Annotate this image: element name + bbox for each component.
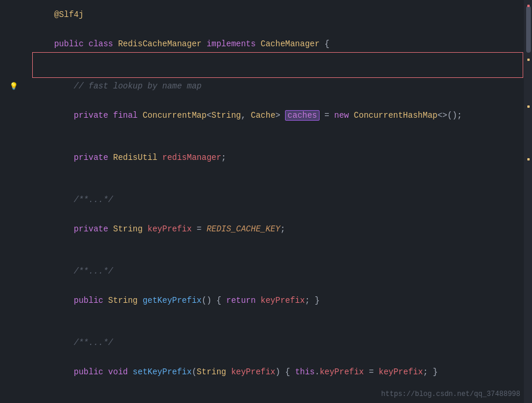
line-content-14: [22, 317, 532, 326]
line-content-8: [22, 174, 532, 183]
token: private: [54, 111, 113, 120]
code-line-16: public void setKeyPrefix(String keyPrefi…: [0, 357, 532, 387]
code-line-2: public class RedisCacheManager implement…: [0, 29, 532, 59]
token: private: [54, 153, 113, 162]
token: ;: [221, 153, 226, 162]
token: RedisCacheManager: [118, 39, 207, 49]
line-content-7: private RedisUtil redisManager;: [22, 144, 532, 172]
token: () {: [201, 296, 226, 305]
lightbulb-icon: 💡: [9, 82, 18, 91]
caches-highlighted-token: caches: [285, 110, 319, 121]
token: CacheManager: [260, 39, 320, 49]
code-line-6: [0, 130, 532, 143]
token: String: [211, 111, 241, 120]
token: (: [192, 367, 197, 377]
token: @Slf4j: [54, 10, 83, 19]
code-line-4: 💡 // fast lookup by name map: [0, 71, 532, 101]
token: Cache: [251, 111, 276, 120]
line-content-16: public void setKeyPrefix(String keyPrefi…: [22, 358, 532, 386]
token: keyPrefix: [379, 367, 423, 377]
token: {: [320, 39, 330, 49]
attribution-url: https://blog.csdn.net/qq_37488998: [381, 390, 520, 398]
code-line-3: [0, 59, 532, 71]
line-content-3: [22, 60, 532, 70]
code-line-9: /**...*/: [0, 185, 532, 214]
token: new: [334, 111, 354, 120]
token: >: [276, 111, 286, 120]
token: keyPrefix: [320, 367, 364, 377]
token: String: [113, 224, 147, 234]
token: ConcurrentMap: [143, 111, 207, 120]
token: String: [197, 367, 231, 377]
token: RedisUtil: [113, 153, 162, 162]
token: /**...*/: [54, 195, 113, 204]
token: keyPrefix: [147, 224, 192, 234]
line-content-13: public String getKeyPrefix() { return ke…: [22, 286, 532, 315]
token: final: [113, 111, 142, 120]
line-content-10: private String keyPrefix = REDIS_CACHE_K…: [22, 215, 532, 243]
token: ConcurrentHashMap: [354, 111, 438, 120]
token: ,: [241, 111, 251, 120]
token: =: [192, 224, 207, 234]
token: class: [88, 39, 118, 49]
token: /**...*/: [54, 267, 113, 276]
token: ) {: [276, 367, 296, 377]
code-line-18: @Override: [0, 399, 532, 403]
line-content-15: /**...*/: [22, 329, 532, 357]
token: =: [320, 111, 334, 120]
bulb-icon: 💡: [9, 82, 18, 90]
token: public: [54, 296, 108, 305]
code-line-10: private String keyPrefix = REDIS_CACHE_K…: [0, 214, 532, 244]
token: ; }: [305, 296, 320, 305]
token: =: [364, 367, 379, 377]
token: return: [226, 296, 261, 305]
code-line-1: @Slf4j: [0, 0, 532, 29]
token: keyPrefix: [260, 296, 305, 305]
token: REDIS_CACHE_KEY: [207, 224, 280, 234]
token: // fast lookup by name map: [54, 81, 201, 91]
token: getKeyPrefix: [143, 296, 202, 305]
line-content-18: @Override: [22, 400, 532, 403]
token: this: [295, 367, 315, 377]
token: public: [54, 367, 108, 377]
code-line-7: private RedisUtil redisManager;: [0, 143, 532, 172]
code-line-5: private final ConcurrentMap<String, Cach…: [0, 101, 532, 130]
token: /**...*/: [54, 338, 113, 347]
line-content-9: /**...*/: [22, 186, 532, 214]
token: redisManager: [162, 153, 221, 162]
token: .: [315, 367, 320, 377]
line-content-12: /**...*/: [22, 257, 532, 285]
token: public: [54, 39, 88, 49]
token: ; }: [423, 367, 438, 377]
line-content-11: [22, 245, 532, 255]
token: ;: [280, 224, 285, 234]
token: private: [54, 224, 113, 234]
code-line-11: [0, 244, 532, 257]
token: setKeyPrefix: [133, 367, 192, 377]
token: implements: [207, 39, 260, 49]
code-line-8: [0, 172, 532, 185]
line-content-5: private final ConcurrentMap<String, Cach…: [22, 101, 532, 129]
token: keyPrefix: [231, 367, 276, 377]
code-line-15: /**...*/: [0, 328, 532, 357]
code-line-12: /**...*/: [0, 257, 532, 286]
token: void: [108, 367, 133, 377]
line-content-2: public class RedisCacheManager implement…: [22, 30, 532, 58]
code-line-13: public String getKeyPrefix() { return ke…: [0, 286, 532, 315]
code-editor: @Slf4j public class RedisCacheManager im…: [0, 0, 532, 403]
line-content-1: @Slf4j: [22, 1, 532, 29]
line-gutter-4: 💡: [5, 82, 22, 90]
line-content-6: [22, 132, 532, 141]
token: String: [108, 296, 143, 305]
token: <>();: [437, 111, 462, 120]
line-content-4: // fast lookup by name map: [22, 72, 532, 100]
code-line-14: [0, 315, 532, 328]
